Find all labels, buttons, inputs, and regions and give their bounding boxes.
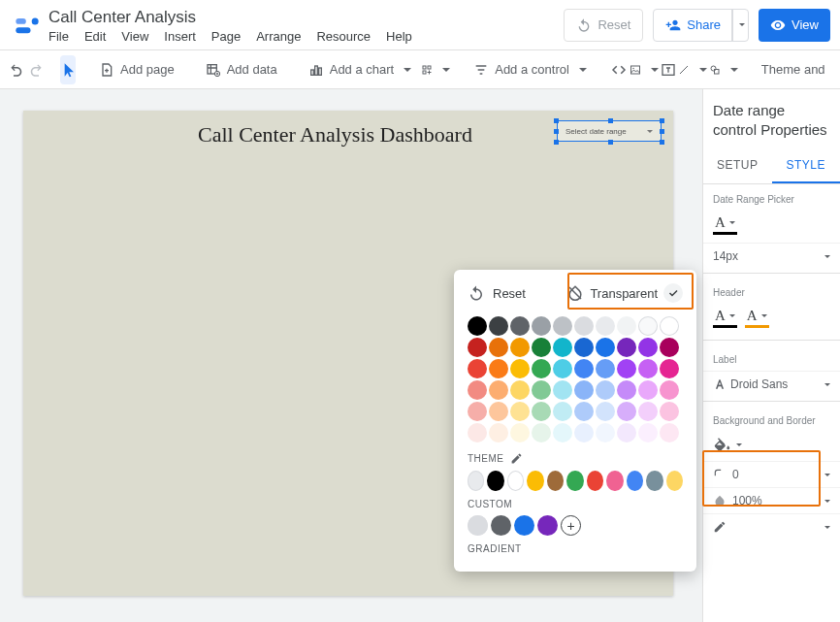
reset-button[interactable]: Reset	[564, 9, 643, 42]
color-swatch[interactable]	[510, 316, 530, 336]
color-swatch[interactable]	[532, 338, 551, 357]
header-accent-color[interactable]: A	[745, 308, 769, 328]
select-tool[interactable]	[60, 55, 76, 84]
share-button[interactable]: Share	[653, 9, 733, 42]
color-swatch[interactable]	[468, 380, 487, 400]
color-swatch[interactable]	[489, 316, 508, 336]
picker-reset-button[interactable]: Reset	[468, 284, 526, 302]
label-font-family[interactable]: Droid Sans	[703, 371, 840, 397]
color-swatch[interactable]	[617, 359, 636, 378]
menu-page[interactable]: Page	[211, 29, 241, 44]
color-swatch[interactable]	[532, 359, 551, 378]
color-swatch[interactable]	[553, 359, 572, 378]
color-swatch[interactable]	[510, 359, 530, 378]
image-button[interactable]	[630, 55, 659, 84]
color-swatch[interactable]	[532, 316, 551, 336]
embed-button[interactable]	[610, 55, 628, 84]
theme-swatch[interactable]	[468, 471, 484, 491]
color-swatch[interactable]	[617, 316, 636, 336]
color-swatch[interactable]	[553, 380, 572, 400]
color-swatch[interactable]	[596, 316, 615, 336]
picker-font-size[interactable]: 14px	[703, 243, 840, 269]
theme-swatch[interactable]	[547, 471, 564, 491]
add-data-button[interactable]: Add data	[198, 55, 285, 84]
menu-help[interactable]: Help	[386, 29, 412, 44]
theme-swatch[interactable]	[627, 471, 643, 491]
color-swatch[interactable]	[553, 402, 572, 421]
color-swatch[interactable]	[617, 338, 636, 357]
color-swatch[interactable]	[532, 423, 551, 442]
color-swatch[interactable]	[596, 359, 615, 378]
color-swatch[interactable]	[574, 316, 594, 336]
theme-swatch[interactable]	[507, 471, 524, 491]
add-chart-button[interactable]: Add a chart	[301, 55, 420, 84]
header-font-color[interactable]: A	[713, 308, 737, 328]
theme-swatch[interactable]	[527, 471, 543, 491]
add-control-button[interactable]: Add a control	[466, 55, 595, 84]
dashboard-title-text[interactable]: Call Center Analysis Dashboard	[198, 122, 472, 147]
color-swatch[interactable]	[617, 423, 636, 442]
color-swatch[interactable]	[660, 338, 679, 357]
border-color-row[interactable]	[703, 513, 840, 540]
color-swatch[interactable]	[596, 338, 615, 357]
color-swatch[interactable]	[660, 402, 679, 421]
color-swatch[interactable]	[574, 402, 594, 421]
color-swatch[interactable]	[638, 338, 658, 357]
color-swatch[interactable]	[532, 380, 551, 400]
menu-arrange[interactable]: Arrange	[256, 29, 301, 44]
theme-swatch[interactable]	[487, 471, 503, 491]
text-button[interactable]	[661, 55, 676, 84]
theme-swatch[interactable]	[666, 471, 683, 491]
undo-button[interactable]	[8, 55, 25, 84]
color-swatch[interactable]	[574, 338, 594, 357]
color-swatch[interactable]	[553, 316, 572, 336]
color-swatch[interactable]	[468, 402, 487, 421]
color-swatch[interactable]	[660, 359, 679, 378]
border-radius-row[interactable]: 0	[703, 461, 840, 487]
line-button[interactable]	[678, 55, 707, 84]
color-swatch[interactable]	[660, 380, 679, 400]
view-button[interactable]: View	[759, 9, 830, 42]
color-swatch[interactable]	[489, 338, 508, 357]
custom-swatch[interactable]	[514, 515, 534, 536]
shape-button[interactable]	[709, 55, 738, 84]
redo-button[interactable]	[27, 55, 45, 84]
share-dropdown[interactable]	[731, 9, 749, 42]
color-swatch[interactable]	[468, 316, 487, 336]
color-swatch[interactable]	[596, 380, 615, 400]
color-swatch[interactable]	[510, 380, 530, 400]
picker-transparent-button[interactable]: Transparent	[566, 283, 683, 303]
color-swatch[interactable]	[638, 380, 658, 400]
color-swatch[interactable]	[510, 402, 530, 421]
color-swatch[interactable]	[638, 359, 658, 378]
picker-font-color[interactable]: A	[713, 214, 737, 235]
color-swatch[interactable]	[574, 359, 594, 378]
theme-swatch[interactable]	[606, 471, 623, 491]
tab-style[interactable]: STYLE	[772, 148, 841, 183]
background-fill-button[interactable]	[713, 436, 742, 453]
color-swatch[interactable]	[596, 402, 615, 421]
theme-swatch[interactable]	[566, 471, 583, 491]
add-page-button[interactable]: Add page	[91, 55, 182, 84]
color-swatch[interactable]	[510, 338, 530, 357]
theme-swatch[interactable]	[646, 471, 662, 491]
date-range-control[interactable]: Select date range	[557, 120, 662, 142]
color-swatch[interactable]	[468, 359, 487, 378]
opacity-row[interactable]: 100%	[703, 487, 840, 513]
color-swatch[interactable]	[468, 338, 487, 357]
color-swatch[interactable]	[596, 423, 615, 442]
menu-insert[interactable]: Insert	[164, 29, 196, 44]
color-swatch[interactable]	[553, 338, 572, 357]
custom-swatch[interactable]	[537, 515, 558, 536]
color-swatch[interactable]	[489, 423, 508, 442]
menu-edit[interactable]: Edit	[84, 29, 106, 44]
document-title[interactable]: Call Center Analysis	[48, 6, 564, 27]
color-swatch[interactable]	[617, 402, 636, 421]
color-swatch[interactable]	[510, 423, 530, 442]
color-swatch[interactable]	[638, 316, 658, 336]
color-swatch[interactable]	[489, 380, 508, 400]
color-swatch[interactable]	[617, 380, 636, 400]
theme-swatch[interactable]	[587, 471, 603, 491]
pencil-icon[interactable]	[510, 452, 523, 465]
color-swatch[interactable]	[660, 316, 679, 336]
